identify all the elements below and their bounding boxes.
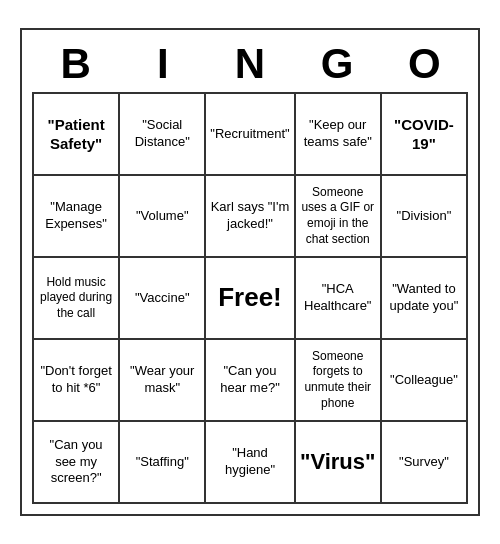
bingo-cell: "Social Distance"	[120, 94, 206, 176]
bingo-cell: "Don't forget to hit *6"	[34, 340, 120, 422]
bingo-cell: "Wear your mask"	[120, 340, 206, 422]
bingo-cell: "Division"	[382, 176, 468, 258]
bingo-cell: "Staffing"	[120, 422, 206, 504]
bingo-cell: "HCA Healthcare"	[296, 258, 382, 340]
bingo-letter: G	[297, 40, 377, 88]
bingo-cell: Someone uses a GIF or emoji in the chat …	[296, 176, 382, 258]
bingo-letter: I	[123, 40, 203, 88]
bingo-cell: "Manage Expenses"	[34, 176, 120, 258]
bingo-cell: "Wanted to update you"	[382, 258, 468, 340]
bingo-cell: "Hand hygiene"	[206, 422, 295, 504]
bingo-cell: "Recruitment"	[206, 94, 295, 176]
bingo-cell: "Survey"	[382, 422, 468, 504]
bingo-cell: "COVID-19"	[382, 94, 468, 176]
bingo-cell: "Virus"	[296, 422, 382, 504]
bingo-cell: "Volume"	[120, 176, 206, 258]
bingo-header: BINGO	[32, 40, 468, 88]
bingo-cell: "Colleague"	[382, 340, 468, 422]
bingo-letter: B	[36, 40, 116, 88]
bingo-cell: Hold music played during the call	[34, 258, 120, 340]
bingo-cell: Free!	[206, 258, 295, 340]
bingo-cell: "Can you see my screen?"	[34, 422, 120, 504]
bingo-letter: N	[210, 40, 290, 88]
bingo-letter: O	[384, 40, 464, 88]
bingo-cell: "Can you hear me?"	[206, 340, 295, 422]
bingo-cell: "Keep our teams safe"	[296, 94, 382, 176]
bingo-cell: "Patient Safety"	[34, 94, 120, 176]
bingo-cell: Someone forgets to unmute their phone	[296, 340, 382, 422]
bingo-cell: Karl says "I'm jacked!"	[206, 176, 295, 258]
bingo-card: BINGO "Patient Safety""Social Distance""…	[20, 28, 480, 516]
bingo-cell: "Vaccine"	[120, 258, 206, 340]
bingo-grid: "Patient Safety""Social Distance""Recrui…	[32, 92, 468, 504]
